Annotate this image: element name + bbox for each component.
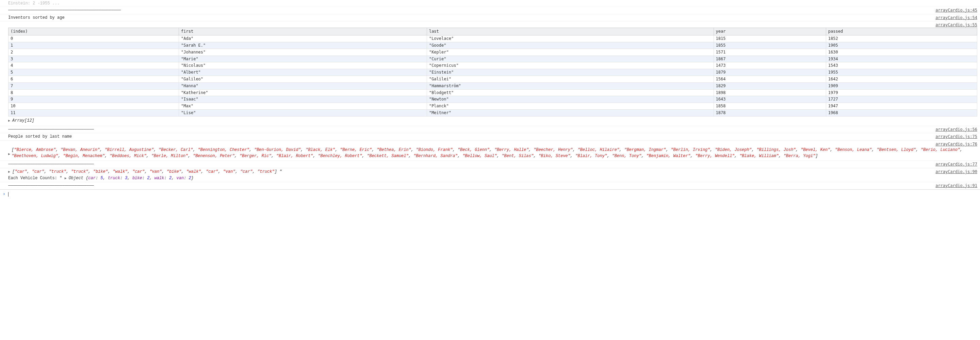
table-cell: "Hanna" (179, 83, 427, 89)
table-cell: "Einstein" (427, 69, 714, 76)
table-cell: 1879 (714, 69, 826, 76)
table-cell: "Planck" (427, 103, 714, 110)
console-prompt[interactable]: › (0, 190, 980, 199)
text-cursor (8, 192, 8, 196)
table-cell: 1905 (826, 42, 977, 49)
table-cell: "Sarah E." (179, 42, 427, 49)
table-cell: 1934 (826, 56, 977, 62)
table-row[interactable]: 4"Nicolaus""Copernicus"14731543 (8, 62, 977, 69)
table-row[interactable]: 3"Marie""Curie"18671934 (8, 56, 977, 62)
table-cell: "Katherine" (179, 89, 427, 96)
table-row[interactable]: 5"Albert""Einstein"18791955 (8, 69, 977, 76)
source-link[interactable]: arrayCardio.js:45 (935, 8, 977, 13)
table-cell: 1852 (826, 35, 977, 42)
table-cell: 2 (8, 49, 179, 56)
log-row-separator: ——————————————————————————————————— arra… (0, 182, 980, 190)
table-header[interactable]: (index) (8, 28, 179, 35)
log-row-separator: ——————————————————————————————————— arra… (0, 161, 980, 168)
table-cell: 1543 (826, 62, 977, 69)
table-cell: 1571 (714, 49, 826, 56)
log-message: People sorted by last name (8, 134, 72, 139)
table-cell: "Galileo" (179, 76, 427, 83)
table-cell: 1815 (714, 35, 826, 42)
table-cell: 3 (8, 56, 179, 62)
table-row[interactable]: 6"Galileo""Galilei"15641642 (8, 76, 977, 83)
table-cell: 1473 (714, 62, 826, 69)
vehicles-label: Each Vehicle Counts: " (8, 176, 62, 180)
table-cell: 1909 (826, 83, 977, 89)
table-cell: 1643 (714, 96, 826, 103)
table-cell: 10 (8, 103, 179, 110)
table-row[interactable]: 10"Max""Planck"18581947 (8, 103, 977, 110)
table-row[interactable]: 0"Ada""Lovelace"18151852 (8, 35, 977, 42)
table-row[interactable]: 9"Isaac""Newton"16431727 (8, 96, 977, 103)
source-link[interactable]: arrayCardio.js:75 (935, 134, 977, 140)
table-cell: "Lise" (179, 109, 427, 116)
table-cell: "Ada" (179, 35, 427, 42)
table-row[interactable]: 7"Hanna""Hammarström"18291909 (8, 83, 977, 89)
table-row[interactable]: 8"Katherine""Blodgett"18981979 (8, 89, 977, 96)
table-header[interactable]: passed (826, 28, 977, 35)
separator-text: ——————————————————————————————————— (8, 183, 94, 188)
separator-text: ————————————————————————————————————————… (8, 8, 121, 13)
source-link[interactable]: arrayCardio.js:77 (935, 161, 977, 167)
table-cell: 1867 (714, 56, 826, 62)
table-cell: "Galilei" (427, 76, 714, 83)
console-table-wrap: (index)firstlastyearpassed 0"Ada""Lovela… (0, 26, 980, 117)
table-cell: 1878 (714, 109, 826, 116)
source-link[interactable]: arrayCardio.js:55 (935, 22, 977, 28)
disclosure-triangle-icon[interactable] (8, 118, 11, 123)
log-row-table-src: arrayCardio.js:55 (0, 21, 980, 26)
separator-text: ——————————————————————————————————— (8, 127, 94, 132)
table-cell: "Goode" (427, 42, 714, 49)
table-row[interactable]: 1"Sarah E.""Goode"18551905 (8, 42, 977, 49)
inventors-table[interactable]: (index)firstlastyearpassed 0"Ada""Lovela… (8, 27, 977, 116)
table-header[interactable]: last (427, 28, 714, 35)
log-row-people-src: arrayCardio.js:76 (0, 141, 980, 145)
table-cell: "Albert" (179, 69, 427, 76)
log-row-title: People sorted by last name arrayCardio.j… (0, 133, 980, 141)
table-cell: 4 (8, 62, 179, 69)
table-cell: "Marie" (179, 56, 427, 62)
table-cell: "Newton" (427, 96, 714, 103)
console-input[interactable] (11, 191, 932, 196)
table-cell: 9 (8, 96, 179, 103)
faded-prev-line: Einstein: 2 -1955 ... (0, 0, 980, 7)
people-array-content[interactable]: ["Bierce, Ambrose", "Bevan, Aneurin", "B… (0, 145, 980, 160)
table-cell: 1 (8, 42, 179, 49)
table-cell: "Max" (179, 103, 427, 110)
table-cell: 1829 (714, 83, 826, 89)
disclosure-triangle-icon[interactable] (8, 170, 11, 174)
table-row[interactable]: 2"Johannes""Kepler"15711630 (8, 49, 977, 56)
table-cell: 1564 (714, 76, 826, 83)
disclosure-triangle-icon[interactable] (8, 152, 10, 157)
table-cell: "Hammarström" (427, 83, 714, 89)
table-cell: "Isaac" (179, 96, 427, 103)
table-cell: 1947 (826, 103, 977, 110)
object-word[interactable]: Object (69, 176, 86, 180)
table-header[interactable]: year (714, 28, 826, 35)
table-row[interactable]: 11"Lise""Meitner"18781968 (8, 109, 977, 116)
devtools-console: Einstein: 2 -1955 ... ——————————————————… (0, 0, 980, 199)
table-cell: "Blodgett" (427, 89, 714, 96)
source-link[interactable]: arrayCardio.js:54 (935, 15, 977, 21)
table-cell: 11 (8, 109, 179, 116)
table-cell: 1955 (826, 69, 977, 76)
table-header[interactable]: first (179, 28, 427, 35)
table-cell: "Curie" (427, 56, 714, 62)
table-cell: 5 (8, 69, 179, 76)
source-link[interactable]: arrayCardio.js:91 (935, 183, 977, 189)
table-cell: 0 (8, 35, 179, 42)
table-cell: 7 (8, 83, 179, 89)
table-cell: 1855 (714, 42, 826, 49)
vehicles-array[interactable]: ["car", "car", "truck", "truck", "bike",… (12, 169, 282, 174)
vehicle-counts-object[interactable]: {car: 5, truck: 3, bike: 2, walk: 2, van… (86, 176, 194, 180)
disclosure-triangle-icon[interactable] (65, 176, 68, 181)
source-link[interactable]: arrayCardio.js:90 (935, 169, 977, 175)
log-row-title: Inventors sorted by age arrayCardio.js:5… (0, 14, 980, 22)
array-summary-text[interactable]: Array[12] (12, 118, 34, 123)
table-cell: "Johannes" (179, 49, 427, 56)
table-cell: 1642 (826, 76, 977, 83)
people-array-row: ["Bierce, Ambrose", "Bevan, Aneurin", "B… (0, 145, 980, 161)
source-link[interactable]: arrayCardio.js:56 (935, 127, 977, 132)
